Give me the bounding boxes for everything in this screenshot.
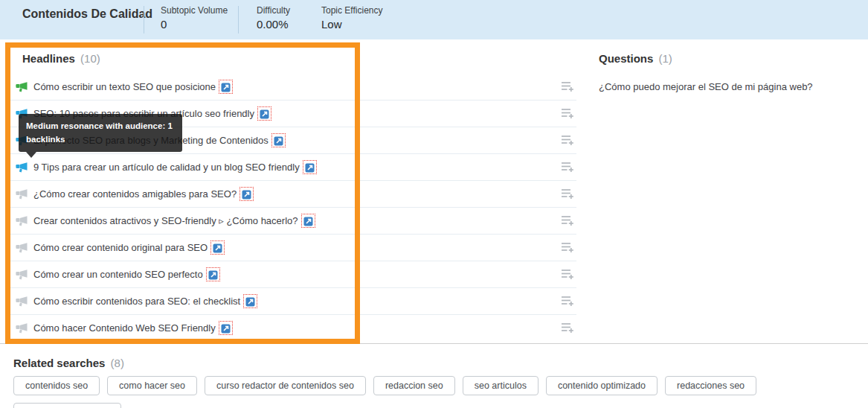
external-link-icon[interactable] bbox=[208, 270, 218, 279]
stat-difficulty: Difficulty 0.00% bbox=[257, 5, 290, 31]
external-link-icon[interactable] bbox=[303, 216, 313, 226]
headline-row: 9 Tips para crear un artículo de calidad… bbox=[10, 154, 576, 181]
stat-label: Topic Efficiency bbox=[321, 5, 382, 16]
headline-link[interactable]: Cómo hacer Contenido Web SEO Friendly bbox=[33, 322, 216, 334]
external-link-icon[interactable] bbox=[221, 323, 231, 333]
megaphone-resonance-icon[interactable] bbox=[16, 162, 28, 173]
related-searches-heading: Related searches (8) bbox=[13, 351, 854, 376]
section-divider bbox=[0, 343, 868, 344]
add-to-list-icon[interactable] bbox=[562, 135, 574, 146]
external-link-icon[interactable] bbox=[242, 189, 251, 199]
stat-subtopic-volume: Subtopic Volume 0 bbox=[161, 5, 228, 31]
external-link-icon[interactable] bbox=[305, 162, 315, 172]
megaphone-resonance-icon[interactable] bbox=[16, 189, 28, 200]
stat-label: Subtopic Volume bbox=[161, 5, 228, 16]
headlines-section: Headlines (10) Cómo escribir un texto SE… bbox=[10, 46, 576, 341]
resonance-tooltip-text: Medium resonance with audience: 1 backli… bbox=[26, 121, 173, 144]
add-to-list-icon[interactable] bbox=[562, 296, 574, 307]
headline-link[interactable]: ¿Cómo crear contenidos amigables para SE… bbox=[33, 188, 237, 200]
headline-link[interactable]: Cómo crear contenido original para SEO bbox=[33, 242, 208, 253]
add-to-list-icon[interactable] bbox=[562, 322, 574, 334]
megaphone-resonance-icon[interactable] bbox=[16, 216, 28, 226]
external-link-icon[interactable] bbox=[274, 136, 283, 145]
related-search-chip[interactable]: seo articulos bbox=[463, 376, 539, 395]
related-search-chip[interactable]: redacciones seo bbox=[665, 376, 756, 395]
external-link-icon[interactable] bbox=[221, 82, 231, 92]
topic-title: Contenidos De Calidad bbox=[22, 7, 152, 21]
stat-label: Difficulty bbox=[257, 5, 290, 16]
headline-link[interactable]: Crear contenidos atractivos y SEO-friend… bbox=[33, 215, 298, 226]
questions-heading: Questions (1) bbox=[599, 46, 859, 72]
questions-count: (1) bbox=[659, 52, 672, 65]
stat-value: 0.00% bbox=[257, 18, 290, 31]
headlines-count: (10) bbox=[80, 52, 100, 65]
related-searches-title: Related searches bbox=[13, 357, 105, 369]
headline-row: Cómo crear un contenido SEO perfecto bbox=[10, 261, 576, 288]
headline-row: Cómo escribir contenidos para SEO: el ch… bbox=[10, 288, 576, 315]
add-to-list-icon[interactable] bbox=[562, 81, 574, 92]
headline-row: Cómo escribir un texto SEO que posicione bbox=[10, 74, 576, 101]
related-search-chip[interactable]: contenido optimizado bbox=[546, 376, 658, 395]
headlines-title: Headlines bbox=[22, 52, 75, 65]
headline-link[interactable]: Cómo escribir contenidos para SEO: el ch… bbox=[33, 296, 240, 307]
add-to-list-icon[interactable] bbox=[562, 269, 574, 280]
headline-link[interactable]: Cómo crear un contenido SEO perfecto bbox=[33, 269, 203, 280]
related-search-chip[interactable]: contenidos seo bbox=[13, 376, 100, 395]
related-search-chip[interactable]: que es escritura seo bbox=[13, 403, 121, 408]
external-link-icon[interactable] bbox=[213, 243, 222, 252]
megaphone-resonance-icon[interactable] bbox=[16, 323, 28, 334]
related-search-chip[interactable]: redaccion seo bbox=[373, 376, 455, 395]
divider bbox=[238, 6, 239, 34]
topic-summary-bar: Contenidos De Calidad Subtopic Volume 0 … bbox=[0, 0, 868, 39]
resonance-tooltip: Medium resonance with audience: 1 backli… bbox=[19, 114, 182, 152]
tooltip-arrow bbox=[26, 152, 36, 158]
related-search-chip[interactable]: como hacer seo bbox=[107, 376, 197, 395]
add-to-list-icon[interactable] bbox=[562, 188, 574, 200]
headlines-heading: Headlines (10) bbox=[10, 46, 576, 72]
external-link-icon[interactable] bbox=[260, 109, 269, 118]
related-search-chip[interactable]: curso redactor de contenidos seo bbox=[205, 376, 366, 395]
related-searches-chips: contenidos seo como hacer seo curso reda… bbox=[13, 376, 854, 408]
questions-section: Questions (1) ¿Cómo puedo mejorar el SEO… bbox=[599, 46, 859, 92]
headline-row: Cómo hacer Contenido Web SEO Friendly bbox=[10, 315, 576, 341]
question-item[interactable]: ¿Cómo puedo mejorar el SEO de mi página … bbox=[599, 81, 859, 92]
headline-link[interactable]: 9 Tips para crear un artículo de calidad… bbox=[33, 162, 300, 173]
add-to-list-icon[interactable] bbox=[562, 108, 574, 119]
megaphone-resonance-icon[interactable] bbox=[16, 270, 28, 280]
questions-title: Questions bbox=[599, 52, 653, 65]
stat-topic-efficiency: Topic Efficiency Low bbox=[321, 5, 382, 31]
stat-value: 0 bbox=[161, 18, 228, 31]
megaphone-resonance-icon[interactable] bbox=[16, 296, 28, 307]
megaphone-resonance-icon[interactable] bbox=[16, 82, 28, 92]
headline-link[interactable]: Cómo escribir un texto SEO que posicione bbox=[33, 81, 216, 92]
external-link-icon[interactable] bbox=[245, 296, 255, 306]
add-to-list-icon[interactable] bbox=[562, 162, 574, 173]
add-to-list-icon[interactable] bbox=[562, 242, 574, 253]
headline-row: ¿Cómo crear contenidos amigables para SE… bbox=[10, 181, 576, 208]
headline-row: Cómo crear contenido original para SEO bbox=[10, 235, 576, 261]
headline-row: Crear contenidos atractivos y SEO-friend… bbox=[10, 208, 576, 235]
divider bbox=[144, 6, 144, 34]
add-to-list-icon[interactable] bbox=[562, 215, 574, 226]
related-searches-count: (8) bbox=[111, 357, 124, 369]
stat-value: Low bbox=[321, 18, 382, 31]
megaphone-resonance-icon[interactable] bbox=[16, 243, 28, 253]
related-searches-section: Related searches (8) contenidos seo como… bbox=[13, 351, 854, 408]
